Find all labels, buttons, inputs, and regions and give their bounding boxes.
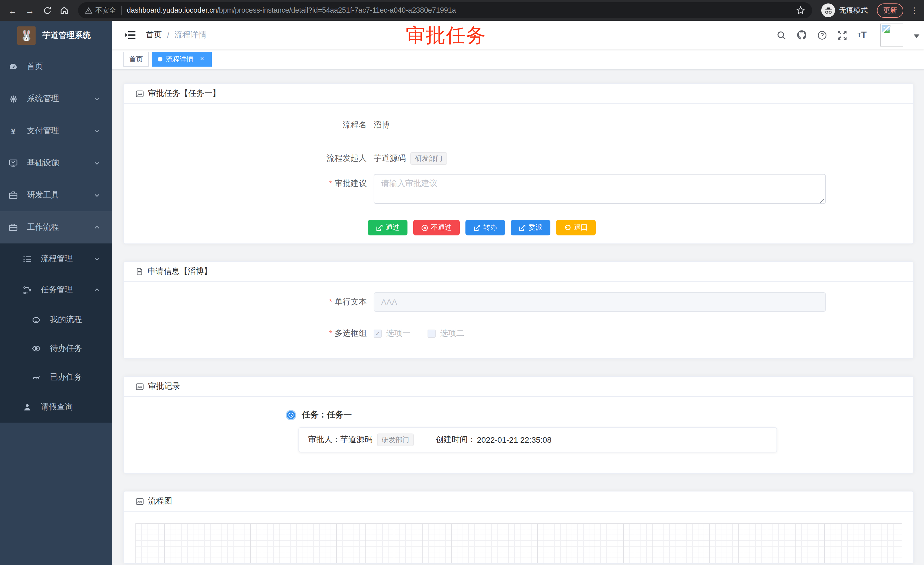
browser-home-button[interactable]: [57, 3, 71, 17]
app-title: 芋道管理系统: [42, 30, 91, 41]
page-content: 审批任务【任务一】 流程名 滔博 流程发起人 芋道源码 研发部门: [112, 69, 924, 565]
card-title: 流程图: [148, 496, 172, 506]
browser-back-button[interactable]: ←: [6, 3, 20, 17]
url-host: dashboard.yudao.iocoder.cn: [127, 6, 217, 14]
sidebar-item-payment[interactable]: ¥ 支付管理: [0, 115, 112, 147]
sidebar-item-task-mgmt[interactable]: 任务管理: [0, 275, 112, 305]
url-text: dashboard.yudao.iocoder.cn/bpm/process-i…: [127, 6, 456, 14]
approval-record-item: 审批人： 芋道源码 研发部门 创建时间： 2022-01-21 22:35:08: [298, 427, 777, 452]
undo-icon: [564, 224, 571, 231]
sidebar-item-process-mgmt[interactable]: 流程管理: [0, 243, 112, 275]
workflow-submenu: 流程管理 任务管理: [0, 243, 112, 422]
process-name-value: 滔博: [374, 120, 390, 130]
avatar[interactable]: [880, 24, 903, 47]
chevron-down-icon: [93, 95, 100, 102]
sidebar-item-label: 请假查询: [41, 402, 73, 412]
sidebar-item-label: 系统管理: [27, 93, 59, 104]
sidebar-item-infrastructure[interactable]: 基础设施: [0, 147, 112, 179]
font-size-icon[interactable]: TT: [857, 30, 867, 40]
breadcrumb-home[interactable]: 首页: [146, 30, 162, 40]
approver-dept-tag: 研发部门: [377, 434, 414, 446]
card-title: 申请信息【滔博】: [147, 266, 212, 277]
avatar-caret-icon[interactable]: [914, 34, 920, 41]
robot-face-icon: [32, 315, 41, 325]
picture-icon: [135, 497, 144, 506]
reject-button[interactable]: 不通过: [413, 220, 460, 236]
search-icon[interactable]: [777, 30, 786, 40]
github-icon[interactable]: [796, 30, 807, 40]
checkbox-unchecked-icon: [428, 329, 436, 338]
single-line-text-input: [374, 292, 826, 312]
checkbox-group-row: *多选框组 ✓ 选项一 选项二: [135, 328, 902, 340]
clock-icon: [286, 410, 296, 420]
browser-update-button[interactable]: 更新: [877, 3, 903, 18]
bpmn-grid-canvas[interactable]: [135, 523, 902, 564]
checkbox-label: 选项二: [440, 328, 464, 339]
timeline-task-title: 任务：任务一: [302, 409, 352, 420]
return-button[interactable]: 退回: [556, 220, 596, 236]
incognito-icon: [821, 3, 835, 17]
toolbox-icon: [9, 191, 18, 200]
breadcrumb-separator: /: [167, 30, 169, 40]
approval-buttons: 通过 不通过 转办 委: [368, 220, 902, 236]
browser-reload-button[interactable]: [40, 3, 54, 17]
card-title: 审批任务【任务一】: [148, 89, 220, 99]
sidebar-toggle-button[interactable]: [120, 30, 140, 40]
suggestion-textarea[interactable]: [374, 174, 826, 204]
process-starter-row: 流程发起人 芋道源码 研发部门: [135, 151, 902, 166]
timeline-task-row: 任务：任务一: [286, 409, 902, 420]
approval-timeline: 任务：任务一 审批人： 芋道源码 研发部门 创建时间： 2022-01-21 2…: [135, 409, 902, 452]
transfer-button[interactable]: 转办: [465, 220, 505, 236]
single-line-text-label: *单行文本: [135, 297, 374, 307]
created-time-value: 2022-01-21 22:35:08: [477, 435, 552, 445]
sidebar-item-label: 任务管理: [41, 285, 73, 295]
address-bar[interactable]: 不安全 dashboard.yudao.iocoder.cn/bpm/proce…: [78, 2, 812, 18]
chevron-up-icon: [93, 287, 100, 293]
sidebar-item-dev-tools[interactable]: 研发工具: [0, 179, 112, 211]
chevron-down-icon: [93, 192, 100, 199]
dashboard-icon: [9, 62, 18, 71]
starter-name: 芋道源码: [374, 153, 406, 164]
omnibox-divider: [121, 6, 122, 15]
sidebar-item-system[interactable]: 系统管理: [0, 83, 112, 115]
fullscreen-icon[interactable]: [837, 30, 847, 40]
breadcrumb-current: 流程详情: [174, 30, 207, 40]
top-navbar: 首页 / 流程详情 审批任务: [112, 21, 924, 50]
tag-home[interactable]: 首页: [123, 52, 148, 67]
approver-label: 审批人：: [308, 435, 340, 445]
app-logo-row[interactable]: 🐰 芋道管理系统: [0, 21, 112, 51]
chevron-up-icon: [93, 224, 100, 231]
incognito-indicator: 无痕模式: [821, 3, 868, 17]
delegate-button[interactable]: 委派: [511, 220, 550, 236]
sidebar-item-todo-tasks[interactable]: 待办任务: [0, 334, 112, 363]
briefcase-icon: [9, 223, 18, 232]
edit-icon: [376, 224, 383, 231]
bookmark-star-icon[interactable]: [796, 6, 805, 15]
sidebar-item-my-process[interactable]: 我的流程: [0, 305, 112, 334]
sidebar-menu: 首页 系统管理 ¥ 支付管理: [0, 51, 112, 422]
checkbox-group-label: *多选框组: [135, 328, 374, 339]
sidebar-item-workflow[interactable]: 工作流程: [0, 211, 112, 243]
sidebar-item-done-tasks[interactable]: 已办任务: [0, 363, 112, 392]
browser-toolbar: ← → 不安全 dashboard.yudao.iocoder.cn/bpm/p…: [0, 0, 924, 21]
incognito-label: 无痕模式: [839, 6, 868, 15]
workstation-icon: [9, 158, 18, 168]
browser-forward-button[interactable]: →: [23, 3, 37, 17]
close-icon[interactable]: ×: [198, 55, 206, 63]
sidebar-item-leave-query[interactable]: 请假查询: [0, 392, 112, 422]
reload-icon: [43, 6, 51, 15]
security-chip-label[interactable]: 不安全: [95, 6, 116, 15]
sidebar-item-home[interactable]: 首页: [0, 51, 112, 83]
approver-name: 芋道源码: [340, 435, 372, 445]
required-asterisk: *: [329, 297, 332, 306]
chevron-down-icon: [93, 255, 100, 262]
active-dot: [158, 57, 162, 62]
tag-process-detail[interactable]: 流程详情 ×: [152, 52, 212, 67]
breadcrumb: 首页 / 流程详情: [146, 30, 207, 40]
chevron-down-icon: [93, 128, 100, 134]
help-icon[interactable]: [817, 30, 827, 40]
app-root: ← → 不安全 dashboard.yudao.iocoder.cn/bpm/p…: [0, 0, 924, 565]
approve-button[interactable]: 通过: [368, 220, 408, 236]
browser-menu-button[interactable]: ⋮: [910, 6, 918, 15]
checkbox-group: ✓ 选项一 选项二: [374, 328, 464, 339]
